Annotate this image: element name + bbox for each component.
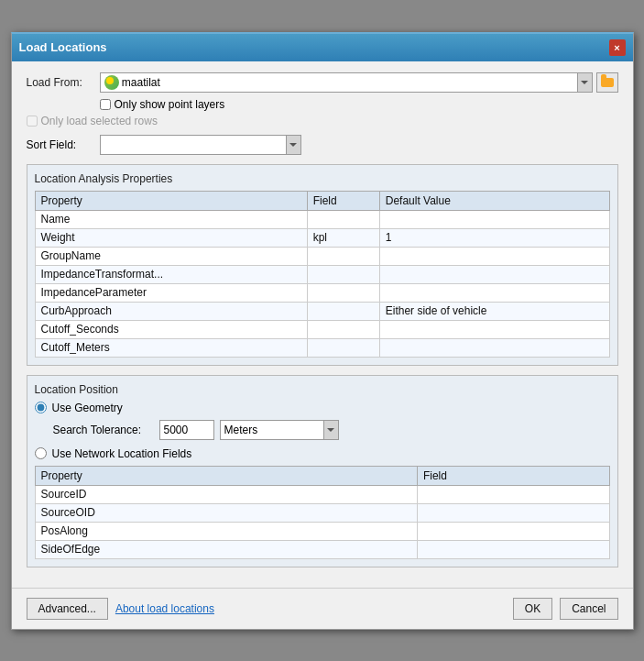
network-property-cell: PosAlong — [35, 522, 417, 540]
field-cell: kpl — [307, 228, 379, 247]
sort-field-combo[interactable] — [100, 135, 301, 155]
location-position-section: Location Position Use Geometry Search To… — [27, 375, 618, 567]
title-bar: Load Locations × — [12, 34, 633, 61]
table-row[interactable]: CurbApproach Either side of vehicle — [35, 302, 609, 320]
sort-field-dropdown-arrow[interactable] — [286, 136, 300, 154]
load-from-label: Load From: — [27, 76, 100, 89]
network-table-row[interactable]: SideOfEdge — [35, 540, 609, 558]
col-default-value: Default Value — [379, 191, 609, 210]
field-cell — [307, 302, 379, 320]
table-row[interactable]: GroupName — [35, 247, 609, 265]
field-cell — [307, 265, 379, 283]
property-cell: ImpedanceTransformat... — [35, 265, 307, 283]
folder-icon — [601, 78, 614, 87]
use-geometry-label: Use Geometry — [52, 402, 123, 414]
property-cell: ImpedanceParameter — [35, 283, 307, 302]
units-combo[interactable]: Meters — [220, 420, 339, 440]
table-row[interactable]: Weight kpl 1 — [35, 228, 609, 247]
property-cell: Name — [35, 210, 307, 228]
network-property-cell: SourceOID — [35, 503, 417, 522]
load-from-container: maatilat — [100, 72, 618, 93]
chevron-down-icon — [327, 428, 334, 432]
only-load-selected-rows-label: Only load selected rows — [41, 115, 158, 127]
use-geometry-row: Use Geometry — [35, 402, 610, 414]
units-dropdown-arrow[interactable] — [323, 421, 338, 439]
col-property: Property — [35, 191, 307, 210]
network-field-cell — [417, 522, 609, 540]
only-show-point-layers-row: Only show point layers — [100, 98, 618, 111]
table-row[interactable]: Cutoff_Meters — [35, 338, 609, 357]
property-cell: Cutoff_Seconds — [35, 320, 307, 338]
use-network-location-radio[interactable] — [35, 447, 47, 459]
only-show-point-layers-checkbox[interactable] — [100, 99, 111, 110]
network-table-row[interactable]: SourceOID — [35, 503, 609, 522]
table-row[interactable]: Name — [35, 210, 609, 228]
browse-button[interactable] — [596, 72, 618, 93]
default-value-cell — [379, 265, 609, 283]
load-from-combo-text: maatilat — [101, 73, 577, 92]
col-field: Field — [307, 191, 379, 210]
sort-field-label: Sort Field: — [27, 138, 100, 151]
default-value-cell — [379, 210, 609, 228]
tolerance-input[interactable] — [159, 420, 214, 440]
location-analysis-section: Location Analysis Properties Property Fi… — [27, 164, 618, 366]
only-load-selected-rows-checkbox[interactable] — [27, 116, 38, 127]
tolerance-label: Search Tolerance: — [53, 424, 154, 436]
table-row[interactable]: Cutoff_Seconds — [35, 320, 609, 338]
table-row[interactable]: ImpedanceParameter — [35, 283, 609, 302]
network-table: Property Field SourceID SourceOID PosAlo… — [35, 466, 610, 559]
load-from-row: Load From: maatilat — [27, 72, 618, 93]
advanced-button[interactable]: Advanced... — [27, 598, 108, 620]
network-table-row[interactable]: SourceID — [35, 485, 609, 503]
load-from-combo[interactable]: maatilat — [100, 72, 593, 93]
property-cell: Cutoff_Meters — [35, 338, 307, 357]
cancel-button[interactable]: Cancel — [560, 598, 617, 620]
network-property-cell: SideOfEdge — [35, 540, 417, 558]
default-value-cell — [379, 338, 609, 357]
load-locations-dialog: Load Locations × Load From: maatilat — [11, 32, 634, 630]
units-value: Meters — [221, 421, 323, 439]
sort-field-value — [101, 136, 286, 154]
field-cell — [307, 320, 379, 338]
property-cell: GroupName — [35, 247, 307, 265]
table-row[interactable]: ImpedanceTransformat... — [35, 265, 609, 283]
use-geometry-radio[interactable] — [35, 402, 47, 413]
property-cell: Weight — [35, 228, 307, 247]
dialog-footer: Advanced... About load locations OK Canc… — [12, 588, 633, 629]
default-value-cell — [379, 283, 609, 302]
load-from-dropdown-arrow[interactable] — [577, 73, 592, 92]
network-col-field: Field — [417, 466, 609, 485]
field-cell — [307, 210, 379, 228]
footer-right: OK Cancel — [513, 598, 618, 620]
network-field-cell — [417, 485, 609, 503]
only-show-point-layers-label: Only show point layers — [115, 98, 225, 111]
property-cell: CurbApproach — [35, 302, 307, 320]
layer-icon — [104, 75, 119, 90]
field-cell — [307, 338, 379, 357]
properties-table: Property Field Default Value Name Weight… — [35, 191, 610, 358]
tolerance-row: Search Tolerance: Meters — [53, 420, 610, 440]
network-col-property: Property — [35, 466, 417, 485]
chevron-down-icon — [289, 143, 297, 147]
default-value-cell — [379, 320, 609, 338]
load-from-value: maatilat — [122, 76, 160, 89]
dialog-body: Load From: maatilat Only sh — [12, 61, 633, 588]
footer-left: Advanced... About load locations — [27, 598, 214, 620]
location-position-title: Location Position — [35, 383, 610, 396]
network-table-row[interactable]: PosAlong — [35, 522, 609, 540]
location-analysis-title: Location Analysis Properties — [35, 172, 610, 185]
use-network-location-label: Use Network Location Fields — [52, 447, 192, 460]
default-value-cell: Either side of vehicle — [379, 302, 609, 320]
about-load-locations-link[interactable]: About load locations — [115, 602, 214, 615]
network-property-cell: SourceID — [35, 485, 417, 503]
sort-field-row: Sort Field: — [27, 135, 618, 155]
only-load-selected-rows-row: Only load selected rows — [27, 115, 618, 127]
close-button[interactable]: × — [609, 39, 626, 56]
network-field-cell — [417, 540, 609, 558]
field-cell — [307, 283, 379, 302]
dialog-title: Load Locations — [19, 40, 107, 54]
chevron-down-icon — [581, 81, 588, 84]
field-cell — [307, 247, 379, 265]
ok-button[interactable]: OK — [513, 598, 552, 620]
use-network-location-row: Use Network Location Fields — [35, 447, 610, 460]
